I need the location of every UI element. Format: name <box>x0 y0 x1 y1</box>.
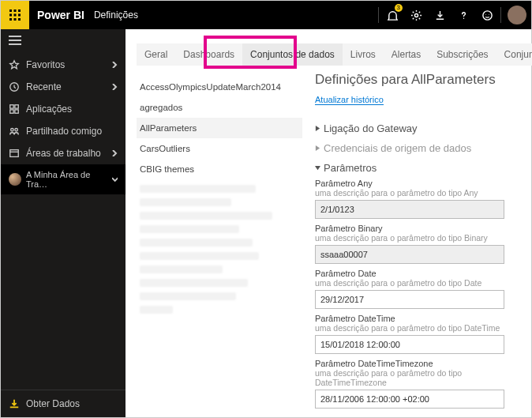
blurred-item <box>140 252 259 260</box>
blurred-item <box>140 292 236 300</box>
svg-rect-17 <box>15 110 18 113</box>
chevron-right-icon <box>111 62 118 68</box>
param-desc: uma descrição para o parâmetro do tipo D… <box>315 368 517 387</box>
tab-conjuntos-2[interactable]: Conjuntos de dados <box>496 43 532 66</box>
svg-rect-15 <box>15 105 18 108</box>
svg-rect-16 <box>10 110 13 113</box>
param-label: Parâmetro Binary <box>315 224 517 233</box>
sidebar-item-label: Recente <box>26 81 62 92</box>
param-desc: uma descrição para o parâmetro do tipo A… <box>315 188 517 198</box>
help-icon[interactable] <box>451 1 475 29</box>
param-desc: uma descrição para o parâmetro do tipo D… <box>315 323 517 333</box>
chevron-right-icon <box>111 150 118 156</box>
workspace-icon <box>9 173 21 186</box>
param-datetime-input[interactable] <box>315 335 504 354</box>
blurred-item <box>140 185 256 193</box>
param-desc: uma descrição para o parâmetro do tipo D… <box>315 278 517 288</box>
page-title: Definições para AllParameters <box>315 72 517 88</box>
svg-rect-3 <box>9 14 12 17</box>
avatar[interactable] <box>508 6 526 24</box>
blurred-item <box>140 265 223 273</box>
chevron-right-icon <box>111 84 118 90</box>
section-gateway[interactable]: Ligação do Gateway <box>315 122 517 134</box>
svg-point-10 <box>482 10 491 19</box>
param-label: Parâmetro DateTimeTimezone <box>315 359 517 368</box>
sidebar-item-label: A Minha Área de Tra… <box>26 170 107 189</box>
blurred-item <box>140 306 173 314</box>
sidebar-item-label: Áreas de trabalho <box>26 148 101 159</box>
notifications-icon[interactable]: 3 <box>380 1 404 29</box>
refresh-history-link[interactable]: Atualizar histórico <box>315 95 384 105</box>
notification-badge: 3 <box>395 4 403 12</box>
top-bar: Power BI Definições 3 <box>1 1 531 29</box>
tab-dashboards[interactable]: Dashboards <box>175 43 242 66</box>
sidebar-item-minha-area[interactable]: A Minha Área de Tra… <box>1 164 126 194</box>
sidebar-item-favoritos[interactable]: Favoritos <box>1 54 126 76</box>
svg-rect-5 <box>18 14 21 17</box>
svg-rect-14 <box>10 105 13 108</box>
svg-rect-8 <box>18 18 21 21</box>
svg-rect-0 <box>9 9 12 12</box>
sidebar-item-label: Partilhado comigo <box>26 126 102 137</box>
tab-geral[interactable]: Geral <box>137 43 175 66</box>
sidebar: Favoritos Recente Aplicações Partilhado … <box>1 29 126 417</box>
breadcrumb: Definições <box>94 9 138 21</box>
param-label: Parâmetro DateTime <box>315 314 517 323</box>
sidebar-item-areas[interactable]: Áreas de trabalho <box>1 142 126 164</box>
svg-rect-20 <box>10 150 19 157</box>
download-icon[interactable] <box>428 1 451 29</box>
dataset-item-selected[interactable]: AllParameters <box>137 118 302 138</box>
sidebar-item-label: Favoritos <box>26 59 65 70</box>
brand-name: Power BI <box>37 9 84 21</box>
feedback-icon[interactable] <box>475 1 499 29</box>
divider <box>500 7 501 23</box>
get-data-button[interactable]: Obter Dados <box>1 390 126 417</box>
blurred-item <box>140 198 231 206</box>
divider <box>378 7 379 23</box>
blurred-item <box>140 225 239 233</box>
sidebar-item-recente[interactable]: Recente <box>1 76 126 98</box>
detail-pane: Definições para AllParameters Atualizar … <box>307 66 531 417</box>
param-binary-input[interactable] <box>315 245 504 264</box>
dataset-item[interactable]: CarsOutliers <box>137 138 302 159</box>
param-any-input[interactable] <box>315 200 504 219</box>
svg-point-12 <box>488 14 489 15</box>
svg-rect-4 <box>14 14 17 17</box>
param-dttz-input[interactable] <box>315 390 504 409</box>
section-params[interactable]: Parâmetros <box>315 162 517 174</box>
dataset-list: AccessOlympicsUpdateMarch2014 agregados … <box>126 66 307 417</box>
blurred-item <box>140 212 272 220</box>
section-credentials[interactable]: Credenciais de origem de dados <box>315 142 517 154</box>
param-desc: uma descrição para o parâmetro do tipo B… <box>315 233 517 243</box>
blurred-item <box>140 279 248 287</box>
get-data-label: Obter Dados <box>26 398 80 409</box>
dataset-item[interactable]: agregados <box>137 97 302 118</box>
svg-point-19 <box>15 129 18 132</box>
hamburger-icon[interactable] <box>1 29 126 54</box>
svg-rect-6 <box>9 18 12 21</box>
svg-rect-7 <box>14 18 17 21</box>
svg-point-18 <box>11 129 14 132</box>
sidebar-item-label: Aplicações <box>26 104 72 115</box>
param-date-input[interactable] <box>315 290 504 309</box>
tab-livros[interactable]: Livros <box>343 43 384 66</box>
app-launcher-icon[interactable] <box>1 1 29 29</box>
sidebar-item-partilhado[interactable]: Partilhado comigo <box>1 120 126 142</box>
svg-rect-2 <box>18 9 21 12</box>
param-label: Parâmetro Any <box>315 179 517 188</box>
gear-icon[interactable] <box>404 1 428 29</box>
tab-alertas[interactable]: Alertas <box>384 43 429 66</box>
chevron-down-icon <box>112 176 118 183</box>
dataset-item[interactable]: AccessOlympicsUpdateMarch2014 <box>137 77 302 97</box>
dataset-item[interactable]: CBIG themes <box>137 159 302 179</box>
param-label: Parâmetro Date <box>315 269 517 278</box>
sidebar-item-aplicacoes[interactable]: Aplicações <box>1 98 126 120</box>
svg-point-9 <box>414 13 418 17</box>
blurred-item <box>140 239 253 247</box>
tab-bar: Geral Dashboards Conjuntos de dados Livr… <box>126 29 531 66</box>
svg-point-11 <box>485 14 486 15</box>
tab-conjuntos[interactable]: Conjuntos de dados <box>242 43 343 66</box>
svg-rect-1 <box>14 9 17 12</box>
tab-subscricoes[interactable]: Subscrições <box>429 43 496 66</box>
